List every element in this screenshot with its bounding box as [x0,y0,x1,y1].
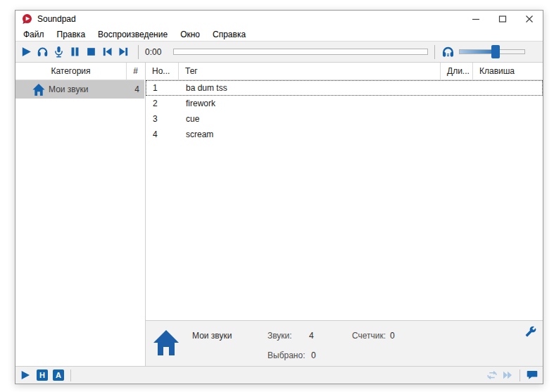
menu-item[interactable]: Окно [174,28,206,41]
sound-number: 3 [146,114,180,124]
listen-button[interactable] [34,44,51,61]
selected-value: 0 [311,350,316,360]
sound-list-panel: Но...ТегДли...Клавиша 1ba dum tss2firewo… [145,63,543,320]
sound-number: 4 [146,129,180,139]
autoplay-badge[interactable]: A [53,369,64,381]
title-bar[interactable]: Soundpad [15,11,543,27]
play-icon [20,46,32,58]
playback-time: 0:00 [145,47,168,57]
maximize-icon [498,15,507,23]
volume-headphones-icon [441,45,455,58]
house-icon [32,83,46,96]
maximize-button[interactable] [489,11,516,27]
feedback-bubble-icon[interactable] [525,368,539,382]
column-header[interactable]: Клавиша [473,63,543,80]
stop-icon [85,46,97,58]
volume-slider[interactable] [459,45,525,58]
category-item[interactable]: Мои звуки4 [15,80,144,99]
window-title: Soundpad [37,14,76,24]
previous-button[interactable] [99,44,115,61]
category-panel: Категория # Мои звуки4 [15,63,144,366]
sound-number: 2 [146,99,180,108]
sound-row[interactable]: 3cue [146,111,543,127]
sound-list-rows: 1ba dum tss2firework3cue4scream [146,80,543,142]
status-separator-right [520,369,520,381]
microphone-icon [53,46,65,58]
status-play-icon[interactable] [20,369,31,381]
menu-item[interactable]: Файл [17,28,51,41]
toolbar-separator-2 [434,45,435,59]
window-controls [462,11,543,27]
category-house-icon [152,324,180,361]
menu-item[interactable]: Справка [206,28,252,41]
category-item-label: Мои звуки [49,84,88,94]
status-bar-right [484,367,540,384]
stop-button[interactable] [83,44,99,61]
record-button[interactable] [51,44,67,61]
hotkeys-badge[interactable]: H [37,369,48,381]
sound-number: 1 [146,83,180,93]
soundpad-logo-icon [21,13,33,25]
column-header[interactable]: Но... [146,63,179,80]
play-next-chevrons-icon[interactable] [501,368,515,382]
skip-back-icon [101,46,113,58]
category-info-panel: Мои звуки Звуки: 4 Счетчик: 0 Выбрано: 0 [145,320,543,366]
column-header[interactable]: Дли... [441,63,473,80]
category-item-count: 4 [134,84,139,94]
next-button[interactable] [115,44,132,61]
status-bar-left: H A [20,367,71,384]
menu-item[interactable]: Воспроизведение [92,28,174,41]
sound-tag: firework [180,99,440,108]
soundpad-window: Soundpad ФайлПравкаВоспроизведениеОкноСп… [15,10,543,384]
sound-tag: ba dum tss [180,83,440,93]
counter-label: Счетчик: [352,331,386,341]
volume-slider-thumb[interactable] [491,45,500,58]
sound-row[interactable]: 1ba dum tss [146,80,543,96]
play-button[interactable] [18,44,34,61]
skip-forward-icon [118,46,130,58]
count-column-header[interactable]: # [126,63,144,80]
sound-row[interactable]: 2firework [146,96,543,111]
sound-list-header: Но...ТегДли...Клавиша [146,63,543,80]
selected-label: Выбрано: [267,350,305,360]
sounds-value: 4 [309,331,314,341]
category-list: Мои звуки4 [15,80,144,99]
status-separator [70,369,71,381]
toolbar-separator [138,45,139,59]
headphones-icon [37,46,49,58]
volume-slider-fill [460,50,496,53]
sound-tag: cue [180,114,440,124]
column-header[interactable]: Тег [179,63,441,80]
settings-wrench-icon[interactable] [525,326,536,337]
sounds-label: Звуки: [267,331,292,341]
menu-item[interactable]: Правка [51,28,92,41]
sound-row[interactable]: 4scream [146,127,543,142]
toolbar: 0:00 [15,42,543,63]
category-panel-header: Категория # [15,63,144,80]
counter-value: 0 [390,331,395,341]
pause-icon [69,46,81,58]
repeat-icon[interactable] [485,368,499,382]
desktop-background: Soundpad ФайлПравкаВоспроизведениеОкноСп… [0,0,554,392]
status-bar: H A [15,366,543,384]
minimize-button[interactable] [462,11,489,27]
close-button[interactable] [516,11,543,27]
close-icon [525,15,534,23]
sound-tag: scream [180,129,440,139]
info-category-name: Мои звуки [192,331,232,341]
seek-bar[interactable] [173,49,428,55]
minimize-icon [472,15,480,23]
menu-bar: ФайлПравкаВоспроизведениеОкноСправка [15,27,543,42]
pause-button[interactable] [67,44,83,61]
category-column-header[interactable]: Категория [15,63,126,80]
